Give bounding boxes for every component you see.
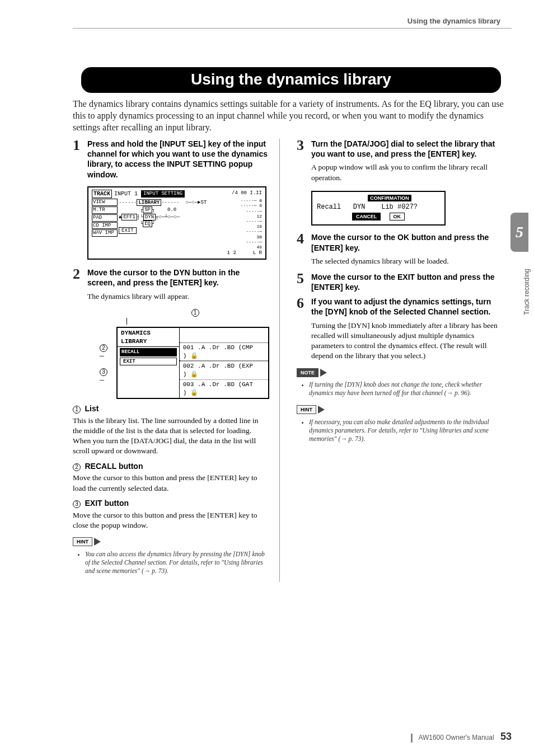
st-label: ST bbox=[200, 200, 207, 205]
input-label: INPUT bbox=[114, 190, 131, 198]
step-number: 6 bbox=[297, 297, 307, 317]
step-heading: Move the cursor to the DYN button in the… bbox=[87, 267, 269, 288]
step-heading: Move the cursor to the EXIT button and p… bbox=[311, 272, 504, 292]
list-item[interactable]: 003 .A .Dr .BD (GAT ) 🔒 bbox=[180, 379, 268, 398]
running-header: Using the dynamics library bbox=[407, 17, 500, 25]
recall-button[interactable]: RECALL bbox=[120, 348, 177, 356]
eq-button[interactable]: EQ bbox=[143, 220, 152, 227]
step-body: The dynamics library will appear. bbox=[87, 292, 269, 302]
scale-18: 18 bbox=[256, 224, 262, 229]
hint-text: If necessary, you can also make detailed… bbox=[309, 418, 504, 443]
exit-button[interactable]: EXIT bbox=[119, 227, 137, 234]
note-text: If turning the [DYN] knob does not chang… bbox=[309, 381, 504, 397]
list-item[interactable]: 001 .A .Dr .BD (CMP ) 🔒 bbox=[180, 342, 268, 361]
scale-48: 48 bbox=[256, 245, 262, 250]
scale-0: 0 bbox=[259, 198, 262, 203]
note-callout: NOTE If turning the [DYN] knob does not … bbox=[297, 367, 504, 398]
hint-text: You can also access the dynamics library… bbox=[85, 550, 269, 575]
label-title: RECALL button bbox=[85, 462, 143, 471]
step-number: 1 bbox=[73, 139, 83, 180]
right-column: 3 Turn the [DATA/JOG] dial to select the… bbox=[297, 139, 504, 582]
note-tag: NOTE bbox=[297, 368, 318, 377]
tab-track: TRACK bbox=[92, 190, 112, 199]
chapter-side-label: Track recording bbox=[523, 269, 531, 315]
step-number: 4 bbox=[297, 232, 307, 252]
scale-12: 12 bbox=[256, 214, 262, 219]
step-heading: If you want to adjust the dynamics setti… bbox=[311, 297, 504, 317]
step-heading: Press and hold the [INPUT SEL] key of th… bbox=[87, 139, 269, 180]
lock-icon: 🔒 bbox=[190, 353, 198, 359]
value-display: 0.0 bbox=[167, 207, 176, 213]
hint-callout: HINT If necessary, you can also make det… bbox=[297, 404, 504, 443]
lock-icon: 🔒 bbox=[190, 389, 198, 396]
step-5: 5 Move the cursor to the EXIT button and… bbox=[297, 272, 504, 292]
tab-view: VIEW bbox=[92, 199, 118, 206]
tab-mtr: M.TR bbox=[92, 206, 118, 214]
scale-30: 30 bbox=[256, 234, 262, 240]
step-body: A popup window will ask you to confirm t… bbox=[311, 162, 504, 182]
scale-6: 6 bbox=[259, 203, 262, 208]
meter-label: /4 00 I.II bbox=[232, 190, 262, 199]
exit-button[interactable]: EXIT bbox=[120, 358, 177, 365]
tab-cd: CD IMP bbox=[92, 222, 118, 229]
intro-paragraph: The dynamics library contains dynamics s… bbox=[73, 98, 504, 133]
marker-1-top: 1 bbox=[123, 307, 269, 325]
cancel-button[interactable]: CANCEL bbox=[352, 213, 381, 220]
meter-bottom-left: 1 2 bbox=[227, 250, 236, 256]
eff-button[interactable]: EFF1 bbox=[121, 214, 137, 220]
label-2: 2 RECALL button bbox=[73, 461, 269, 472]
library-title: DYNAMICS LIBRARY bbox=[118, 328, 179, 348]
hint-callout: HINT You can also access the dynamics li… bbox=[73, 536, 269, 575]
label-text: This is the library list. The line surro… bbox=[73, 416, 269, 457]
step-4: 4 Move the cursor to the OK button and p… bbox=[297, 232, 504, 252]
hint-tag: HINT bbox=[297, 405, 316, 414]
hint-tag: HINT bbox=[73, 537, 92, 546]
confirmation-dialog: CONFIRMATION Recall DYN Lib #027? CANCEL… bbox=[311, 191, 446, 226]
page-footer: AW1600 Owner's Manual 53 bbox=[411, 731, 512, 743]
popup-title: INPUT SETTING bbox=[141, 190, 185, 197]
circled-3-icon: 3 bbox=[100, 368, 107, 376]
ok-button[interactable]: OK bbox=[390, 213, 405, 220]
dialog-message: Recall DYN Lib #027? bbox=[317, 203, 440, 212]
tab-wav: WAV IMP bbox=[92, 229, 118, 237]
label-title: EXIT button bbox=[85, 499, 129, 508]
header-rule bbox=[73, 28, 512, 29]
label-title: List bbox=[85, 404, 99, 413]
step-3: 3 Turn the [DATA/JOG] dial to select the… bbox=[297, 139, 504, 159]
lock-icon: 🔒 bbox=[190, 371, 198, 378]
circled-1-icon: 1 bbox=[191, 309, 199, 317]
label-1: 1 List bbox=[73, 403, 269, 415]
manual-name: AW1600 Owner's Manual bbox=[418, 734, 494, 741]
meter-bottom-right: L R bbox=[253, 250, 262, 256]
dynamics-library-screenshot: 2─ 3─ DYNAMICS LIBRARY RECALL EXIT 001 .… bbox=[100, 327, 269, 399]
step-1: 1 Press and hold the [INPUT SEL] key of … bbox=[73, 139, 269, 180]
chapter-tab: 5 bbox=[510, 213, 528, 252]
label-3: 3 EXIT button bbox=[73, 498, 269, 509]
circled-2-icon: 2 bbox=[73, 463, 81, 471]
list-item[interactable]: 002 .A .Dr .BD (EXP ) 🔒 bbox=[180, 361, 268, 379]
step-number: 3 bbox=[297, 139, 307, 159]
circled-1-icon: 1 bbox=[73, 406, 81, 414]
circled-3-icon: 3 bbox=[73, 500, 81, 508]
step-2: 2 Move the cursor to the DYN button in t… bbox=[73, 267, 269, 288]
sp-button[interactable]: SP bbox=[143, 206, 152, 213]
step-number: 5 bbox=[297, 272, 307, 292]
step-body: The selected dynamics library will be lo… bbox=[311, 256, 504, 266]
step-heading: Move the cursor to the OK button and pre… bbox=[311, 232, 504, 252]
page-title: Using the dynamics library bbox=[81, 67, 501, 93]
input-number: 1 bbox=[134, 190, 138, 198]
step-number: 2 bbox=[73, 267, 83, 288]
dyn-button[interactable]: DYN bbox=[143, 214, 156, 220]
input-setting-screenshot: TRACK INPUT 1 INPUT SETTING /4 00 I.II V… bbox=[87, 186, 266, 260]
library-button[interactable]: LIBRARY bbox=[137, 199, 161, 206]
left-column: 1 Press and hold the [INPUT SEL] key of … bbox=[73, 139, 280, 582]
step-body: Turning the [DYN] knob immediately after… bbox=[311, 321, 504, 361]
dialog-title: CONFIRMATION bbox=[368, 195, 411, 201]
label-text: Move the cursor to this button and press… bbox=[73, 510, 269, 530]
side-markers: 2─ 3─ bbox=[100, 327, 113, 384]
circled-2-icon: 2 bbox=[100, 344, 107, 352]
step-heading: Turn the [DATA/JOG] dial to select the l… bbox=[311, 139, 504, 159]
page-number: 53 bbox=[500, 731, 512, 742]
tab-pad: PAD bbox=[92, 214, 118, 222]
content-columns: 1 Press and hold the [INPUT SEL] key of … bbox=[73, 139, 504, 582]
